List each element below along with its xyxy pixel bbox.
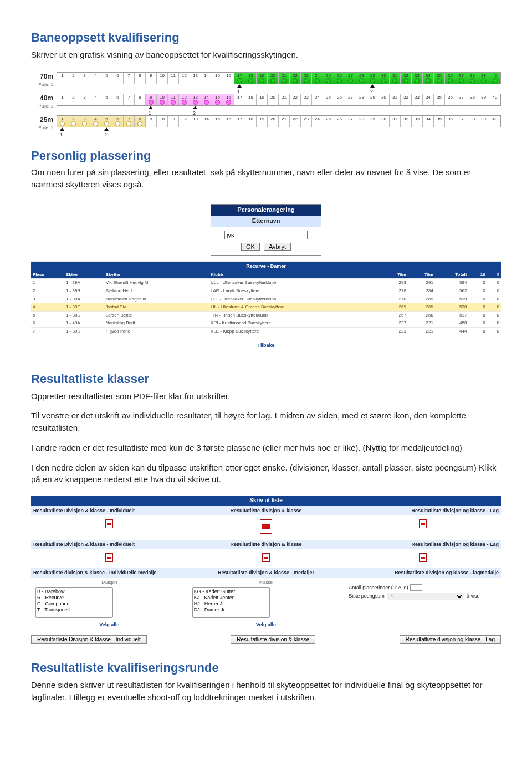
dialog-field-label: Etternavn — [211, 216, 321, 227]
pdf-icon[interactable] — [419, 553, 427, 562]
heading-resultatliste: Resultatliste klasser — [31, 370, 501, 388]
pdf-icon[interactable] — [260, 519, 272, 534]
ok-button[interactable]: OK — [241, 243, 260, 251]
text-rl-1: Oppretter resultatlister som PDF-filer k… — [31, 390, 501, 402]
divisjon-select[interactable]: B - BarebowR - RecurveC - CompoundT - Tr… — [35, 587, 113, 618]
print-bar-3l: Resultatliste divisjon & klasse - Indivi… — [31, 568, 188, 578]
table-row[interactable]: 21 - 39BBjelland HeidiLAR - Larvik Buesk… — [31, 287, 501, 295]
print-bar-2c: Resultatliste divisjon & klasse — [188, 540, 345, 549]
pdf-icon[interactable] — [105, 519, 113, 528]
print-bar-1l: Resultatliste Divisjon & klasse - Indivi… — [31, 506, 188, 515]
heading-baneoppsett: Baneoppsett kvalifisering — [31, 29, 501, 47]
siste-label-b: å vise — [467, 593, 480, 600]
select-all-klasse[interactable]: Velg alle — [192, 620, 340, 630]
klasse-select[interactable]: KG - Kadett GutterKJ - Kadett JenterHJ -… — [192, 587, 270, 618]
print-btn-center[interactable]: Resultatliste divisjon & klasse — [231, 635, 315, 644]
print-grid: Resultatliste Divisjon & klasse - Indivi… — [31, 506, 501, 632]
antall-label: Antall plasseringer (0: Alle) — [349, 584, 408, 591]
text-rl-2: Til venstre er det utskrift av individue… — [31, 410, 501, 434]
print-bar-3r: Resultatliste divisjon og klasse - lagme… — [344, 568, 501, 578]
cancel-button[interactable]: Avbryt — [264, 243, 291, 251]
lane-diagram: 70mPulje: 112345678910111213141516171819… — [31, 72, 501, 131]
heading-kvalrunde: Resultatliste kvalifiseringsrunde — [31, 659, 501, 677]
antall-input[interactable] — [410, 584, 422, 591]
print-bar-2l: Resultatliste Divisjon & klasse - Indivi… — [31, 540, 188, 549]
text-rl-3: I andre raden er det resultatliste med k… — [31, 442, 501, 454]
print-bar-2r: Resultatliste divisjon og klasse - Lag — [344, 540, 501, 549]
results-table: Recurve - Damer PlassSkiveSkytterKlubb70… — [31, 261, 501, 335]
pdf-icon[interactable] — [419, 519, 427, 528]
dialog-header: Personalerangering — [211, 205, 321, 216]
print-btn-right[interactable]: Resultatliste divisjon og klasse - Lag — [400, 635, 501, 644]
text-baneoppsett: Skriver ut en grafisk visning av baneopp… — [31, 49, 501, 61]
table-row[interactable]: 61 - 40ANordskog BeritKRI - Kristiansand… — [31, 319, 501, 328]
table-row[interactable]: 51 - 38DLarsen BenteTIN - Tinden Bueskyt… — [31, 311, 501, 319]
print-bar-1r: Resultatliste divisjon og klasse - Lag — [344, 506, 501, 515]
text-personlig: Om noen lurer på sin plassering, eller r… — [31, 166, 501, 191]
text-kvalrunde: Denne siden skriver ut resultatlisten fo… — [31, 679, 501, 703]
pdf-icon[interactable] — [105, 553, 113, 562]
print-header: Skriv ut liste — [31, 496, 501, 506]
siste-select[interactable]: 1 — [387, 593, 464, 600]
klasse-label: Klasse — [192, 579, 340, 586]
table-row[interactable]: 11 - 39AVik-Strandli Hedvig M.ULL - Ulle… — [31, 279, 501, 287]
siste-label-a: Siste poengsum — [349, 593, 385, 600]
search-dialog: Personalerangering Etternavn OK Avbryt — [211, 204, 321, 256]
print-bar-1c: Resultatliste divisjon & klasse — [188, 506, 345, 515]
back-link[interactable]: Tilbake — [31, 340, 501, 355]
table-row[interactable]: 41 - 39CJystad SivLIL - Lillestrøm & Ome… — [31, 303, 501, 312]
table-row[interactable]: 31 - 38ANordmalen RagnhildULL - Ullensak… — [31, 295, 501, 303]
text-rl-4: I den nedre delen av siden kan du tilpas… — [31, 462, 501, 486]
print-bar-3c: Resultatliste divisjon & klasse - medalj… — [188, 568, 345, 578]
divisjon-label: Divisjon — [35, 579, 183, 586]
heading-personlig: Personlig plassering — [31, 147, 501, 165]
pdf-icon[interactable] — [262, 553, 270, 562]
table-caption: Recurve - Damer — [31, 261, 501, 271]
table-row[interactable]: 71 - 39DFigved IreneKLE - Klepp Bueskytt… — [31, 328, 501, 335]
lastname-input[interactable] — [224, 231, 308, 239]
select-all-divisjon[interactable]: Velg alle — [35, 620, 183, 630]
print-btn-left[interactable]: Resultatliste Divisjon & klasse - Indivi… — [31, 635, 147, 644]
